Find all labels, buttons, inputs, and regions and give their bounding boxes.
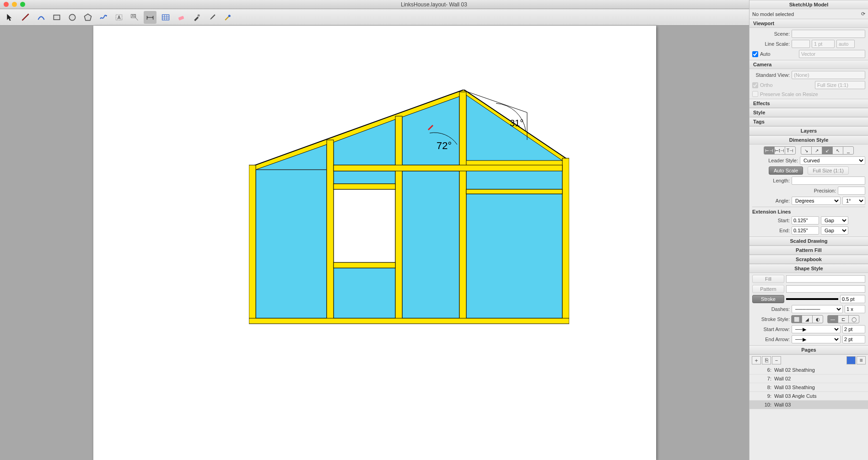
close-icon[interactable]	[4, 2, 9, 7]
svg-marker-23	[402, 96, 459, 165]
ext-end-gap[interactable]: Gap	[821, 226, 848, 235]
svg-rect-22	[334, 268, 395, 318]
page-item[interactable]: 9:Wall 03 Angle Cuts	[749, 392, 868, 401]
stroke-width[interactable]	[840, 295, 865, 303]
scaled-header[interactable]: Scaled Drawing	[749, 236, 868, 246]
svg-text:A: A	[118, 15, 121, 20]
style-tool[interactable]	[190, 11, 203, 24]
shapestyle-header[interactable]: Shape Style	[749, 264, 868, 273]
eraser-tool[interactable]	[175, 11, 188, 24]
fullsize-field: Full Size (1:1)	[815, 81, 865, 89]
svg-rect-30	[459, 92, 466, 323]
line-tool[interactable]	[19, 11, 32, 24]
dim-align[interactable]: ↘↗↙↖⎯	[801, 146, 854, 155]
svg-marker-18	[256, 144, 327, 170]
arc-tool[interactable]	[35, 11, 48, 24]
fill-swatch[interactable]	[786, 275, 865, 283]
freehand-tool[interactable]	[97, 11, 110, 24]
add-page-button[interactable]: ＋	[752, 356, 761, 364]
svg-point-9	[198, 14, 200, 16]
startarrow-size[interactable]	[842, 325, 865, 333]
patternfill-header[interactable]: Pattern Fill	[749, 246, 868, 255]
auto-checkbox[interactable]: Auto	[752, 51, 790, 57]
svg-rect-21	[334, 189, 395, 262]
page-item[interactable]: 6:Wall 02 Sheathing	[749, 366, 868, 374]
dimension-tool[interactable]	[144, 11, 156, 24]
autoscale-button[interactable]: Auto Scale	[769, 166, 803, 175]
stdview-label: Standard View:	[752, 72, 790, 78]
dim-text-placement[interactable]: ⊢⊣⊢t⊣T⊣	[764, 146, 796, 155]
fill-button[interactable]: Fill	[752, 275, 784, 283]
page-view-toggle[interactable]	[846, 356, 856, 364]
scene-field[interactable]	[792, 30, 865, 38]
select-tool[interactable]	[4, 11, 16, 24]
circle-tool[interactable]	[66, 11, 79, 24]
pattern-swatch[interactable]	[786, 285, 865, 293]
linescale-auto[interactable]: auto	[836, 40, 855, 48]
split-tool[interactable]	[221, 11, 234, 24]
angle-precision[interactable]: 1°	[842, 197, 865, 205]
dimstyle-header[interactable]: Dimension Style	[749, 135, 868, 144]
page-item[interactable]: 7:Wall 02	[749, 374, 868, 383]
cap-style[interactable]: —⊏◯	[828, 315, 859, 323]
linescale-num[interactable]	[792, 40, 810, 48]
minimize-icon[interactable]	[12, 2, 17, 7]
fullsize-button[interactable]: Full Size (1:1)	[808, 166, 849, 175]
pages-header[interactable]: Pages	[749, 345, 868, 354]
dashes-select[interactable]: ───────	[792, 305, 843, 313]
page-item[interactable]: 8:Wall 03 Sheathing	[749, 383, 868, 392]
stdview-field[interactable]: (None)	[792, 71, 865, 79]
ext-start-gap[interactable]: Gap	[821, 216, 848, 225]
label-tool[interactable]: A1	[128, 11, 141, 24]
angle-unit-select[interactable]: Degrees	[792, 197, 841, 205]
no-model-label: No model selected	[752, 11, 859, 17]
ext-end-value[interactable]	[792, 226, 819, 235]
rectangle-tool[interactable]	[50, 11, 63, 24]
length-label: Length:	[752, 178, 790, 183]
svg-rect-28	[327, 140, 334, 323]
scrapbook-header[interactable]: Scrapbook	[749, 255, 868, 264]
page-item[interactable]: 10:Wall 03	[749, 401, 868, 409]
ext-start-value[interactable]	[792, 216, 819, 225]
remove-page-button[interactable]: －	[772, 356, 781, 364]
svg-rect-33	[334, 165, 562, 171]
ortho-checkbox: Ortho	[752, 82, 790, 88]
eyedropper-tool[interactable]	[206, 11, 219, 24]
leader-select[interactable]: Curved	[800, 156, 865, 165]
leader-label: Leader Style:	[752, 158, 798, 163]
svg-rect-37	[249, 318, 569, 324]
angle-label: Angle:	[752, 198, 790, 203]
strokestyle-label: Stroke Style:	[752, 316, 790, 322]
corner-style[interactable]: ⬜◢◐	[792, 315, 823, 323]
svg-text:A1: A1	[132, 14, 135, 17]
preserve-checkbox: Preserve Scale on Resize	[752, 91, 818, 97]
startarrow-select[interactable]: ──▶	[792, 325, 841, 333]
extlines-header: Extension Lines	[752, 208, 865, 215]
svg-point-10	[228, 15, 231, 17]
refresh-icon[interactable]: ⟳	[861, 11, 865, 17]
linescale-pt[interactable]: 1 pt	[812, 40, 835, 48]
tags-header[interactable]: Tags	[749, 117, 868, 126]
layers-header[interactable]: Layers	[749, 126, 868, 135]
length-field[interactable]	[792, 177, 865, 185]
svg-rect-34	[334, 184, 395, 189]
zoom-icon[interactable]	[20, 2, 25, 7]
inspector-panel: SketchUp Model No model selected ⟳ Viewp…	[749, 0, 868, 460]
model-panel-header[interactable]: SketchUp Model	[749, 0, 868, 9]
effects-header[interactable]: Effects	[749, 99, 868, 108]
dashes-scale[interactable]	[845, 305, 865, 313]
table-tool[interactable]	[159, 11, 172, 24]
paper[interactable]: 72° 31°	[93, 26, 656, 460]
endarrow-size[interactable]	[842, 335, 865, 343]
precision-field[interactable]	[838, 187, 865, 195]
stroke-button[interactable]: Stroke	[752, 295, 784, 303]
polygon-tool[interactable]	[81, 11, 94, 24]
pattern-button[interactable]: Pattern	[752, 285, 784, 293]
ext-end-label: End:	[752, 228, 790, 233]
duplicate-page-button[interactable]: ⎘	[762, 356, 771, 364]
render-mode[interactable]: Vector	[799, 50, 865, 58]
endarrow-select[interactable]: ──▶	[792, 335, 841, 343]
style-header[interactable]: Style	[749, 108, 868, 117]
page-list-toggle[interactable]: ≡	[857, 356, 866, 364]
text-tool[interactable]: A	[113, 11, 125, 24]
